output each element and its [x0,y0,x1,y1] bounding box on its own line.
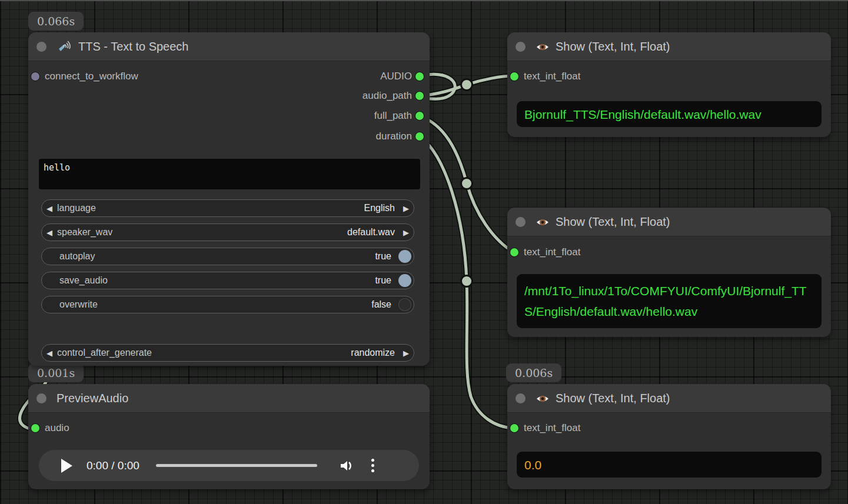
audio-player[interactable]: 0:00 / 0:00 [39,450,419,481]
collapse-dot[interactable] [516,42,526,52]
play-button[interactable] [61,459,72,473]
timing-badge-preview: 0.001s [28,363,84,382]
toggle-label: save_audio [59,275,375,286]
node-title: TTS - Text to Speech [78,32,189,61]
input-label: audio [45,421,69,435]
toggle-value: true [375,251,391,262]
input-label: text_int_float [524,245,580,259]
node-header[interactable]: Show (Text, Int, Float) [507,208,831,236]
reroute-dot[interactable] [461,276,473,287]
input-port-text-int-float[interactable] [510,72,518,81]
input-label: connect_to_workflow [45,69,138,84]
combo-left-arrow-icon[interactable]: ◀ [42,204,57,213]
input-port-audio[interactable] [31,424,39,432]
timing-badge-show3: 0.006s [506,363,561,382]
node-header[interactable]: TTS - Text to Speech [28,32,430,61]
combo-value: English [364,203,395,213]
volume-icon[interactable] [338,458,355,474]
combo-language[interactable]: ◀ language English ▶ [41,199,414,217]
toggle-value: true [375,275,391,286]
node-title: Show (Text, Int, Float) [556,32,670,61]
output-port-full-path[interactable] [415,112,424,120]
input-port-connect-to-workflow[interactable] [31,72,39,81]
node-header[interactable]: PreviewAudio [28,384,430,413]
combo-value: default.wav [347,227,395,238]
node-show-text-int-float-1[interactable]: Show (Text, Int, Float) text_int_float B… [507,32,831,137]
combo-right-arrow-icon[interactable]: ▶ [398,204,414,213]
toggle-value: false [371,299,391,310]
toggle-label: autoplay [59,251,375,262]
node-title: Show (Text, Int, Float) [556,384,670,412]
toggle-save-audio[interactable]: save_audio true [41,272,414,289]
eye-icon [536,215,550,229]
input-port-text-int-float[interactable] [510,248,518,256]
output-port-audio-path[interactable] [415,92,424,100]
output-port-audio[interactable] [415,72,424,81]
combo-right-arrow-icon[interactable]: ▶ [398,349,414,358]
node-title: PreviewAudio [56,384,128,412]
node-title: Show (Text, Int, Float) [556,208,670,236]
text-input-field[interactable]: hello [39,159,420,189]
show-value-display: Bjornulf_TTS/English/default.wav/hello.w… [517,101,822,127]
playback-time: 0:00 / 0:00 [87,459,139,472]
toggle-overwrite[interactable]: overwrite false [41,296,414,313]
combo-right-arrow-icon[interactable]: ▶ [398,228,414,237]
seek-bar[interactable] [156,464,317,467]
reroute-dot[interactable] [461,79,473,91]
eye-icon [536,392,550,406]
input-port-text-int-float[interactable] [510,424,518,432]
node-graph-canvas[interactable]: 0.066s 0.001s 0.006s TTS - Text to Speec… [0,0,848,504]
collapse-dot[interactable] [516,217,526,227]
node-header[interactable]: Show (Text, Int, Float) [507,384,831,413]
toggle-dot[interactable] [398,298,411,311]
node-header[interactable]: Show (Text, Int, Float) [507,32,831,61]
node-tts-text-to-speech[interactable]: TTS - Text to Speech connect_to_workflow… [28,32,430,366]
output-label: audio_path [363,89,412,103]
node-preview-audio[interactable]: PreviewAudio audio 0:00 / 0:00 [28,384,430,489]
output-port-duration[interactable] [415,132,424,141]
toggle-dot[interactable] [398,274,411,287]
output-label: duration [376,129,412,143]
collapse-dot[interactable] [36,393,46,403]
show-value-display: /mnt/1To_linux/1To/COMFYUI/ComfyUI/Bjorn… [517,274,822,328]
input-label: text_int_float [524,421,580,435]
collapse-dot[interactable] [516,393,526,403]
eye-icon [536,40,550,54]
timing-badge-tts: 0.066s [28,12,84,31]
toggle-autoplay[interactable]: autoplay true [41,248,414,265]
reroute-dot[interactable] [461,178,473,189]
show-value-display: 0.0 [517,452,822,478]
node-show-text-int-float-3[interactable]: Show (Text, Int, Float) text_int_float 0… [507,384,831,489]
output-label: AUDIO [380,69,412,84]
toggle-dot[interactable] [398,250,411,263]
combo-label: speaker_wav [57,227,347,238]
collapse-dot[interactable] [36,42,46,52]
overflow-menu-icon[interactable] [371,459,374,472]
input-label: text_int_float [524,69,580,84]
combo-label: language [57,203,364,213]
combo-control-after-generate[interactable]: ◀ control_after_generate randomize ▶ [41,344,414,362]
combo-label: control_after_generate [57,348,351,358]
node-show-text-int-float-2[interactable]: Show (Text, Int, Float) text_int_float /… [507,208,831,337]
toggle-label: overwrite [59,299,371,310]
combo-left-arrow-icon[interactable]: ◀ [42,349,57,358]
combo-left-arrow-icon[interactable]: ◀ [42,228,57,237]
megaphone-icon [58,40,72,54]
combo-value: randomize [351,348,395,358]
combo-speaker-wav[interactable]: ◀ speaker_wav default.wav ▶ [41,223,414,241]
output-label: full_path [374,109,412,123]
